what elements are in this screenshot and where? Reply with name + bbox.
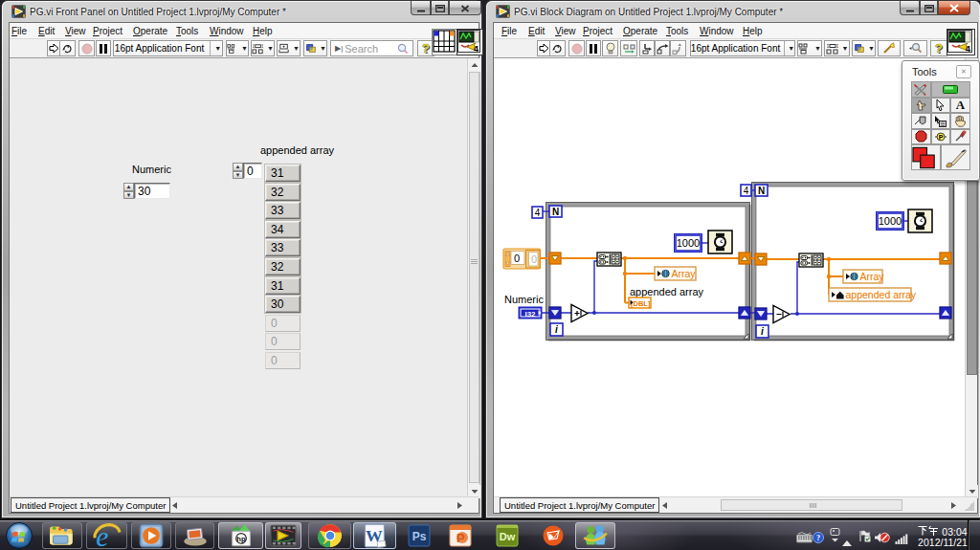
svg-text:hp: hp bbox=[236, 535, 246, 543]
svg-text:i: i bbox=[761, 326, 764, 337]
svg-text:I32: I32 bbox=[524, 310, 536, 319]
svg-text:Array: Array bbox=[672, 268, 697, 279]
svg-text:Ps: Ps bbox=[412, 530, 427, 543]
svg-text:1000: 1000 bbox=[677, 237, 700, 249]
svg-text:P: P bbox=[457, 531, 465, 545]
svg-text:Numeric: Numeric bbox=[504, 294, 544, 305]
svg-text:appended array: appended array bbox=[630, 286, 704, 297]
svg-text:0: 0 bbox=[531, 253, 537, 265]
svg-text:?: ? bbox=[816, 533, 820, 542]
svg-text:4: 4 bbox=[744, 186, 749, 196]
svg-text:N: N bbox=[758, 186, 765, 196]
svg-text:N: N bbox=[552, 207, 559, 217]
svg-text:appended array: appended array bbox=[846, 289, 917, 300]
svg-text:4: 4 bbox=[474, 44, 479, 53]
svg-text:i: i bbox=[555, 324, 558, 335]
svg-text:Array: Array bbox=[860, 271, 885, 282]
svg-text:0: 0 bbox=[514, 253, 520, 264]
svg-text:P: P bbox=[939, 134, 944, 141]
svg-text:1000: 1000 bbox=[879, 215, 902, 227]
svg-text:Dw: Dw bbox=[500, 531, 516, 542]
svg-text:4: 4 bbox=[966, 44, 970, 53]
svg-text:[DBL]: [DBL] bbox=[631, 299, 651, 308]
svg-text:4: 4 bbox=[535, 208, 541, 218]
